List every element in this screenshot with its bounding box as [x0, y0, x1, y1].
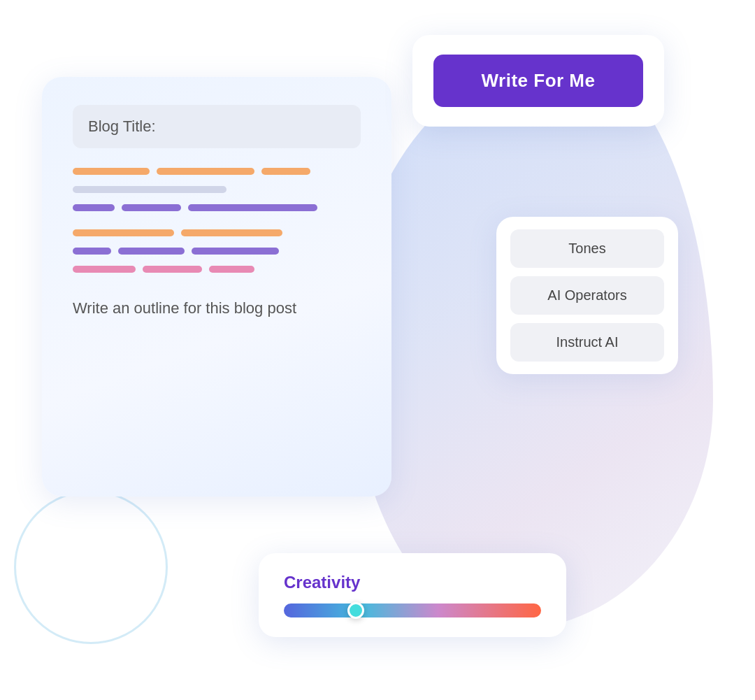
creativity-slider-thumb[interactable] [347, 602, 364, 619]
lines-row-2 [73, 186, 361, 199]
write-for-me-button[interactable]: Write For Me [433, 55, 643, 107]
lines-row-5 [73, 248, 361, 260]
content-lines-group2 [73, 229, 361, 278]
instruct-ai-button[interactable]: Instruct AI [510, 323, 664, 362]
line-pink [209, 266, 254, 273]
line-purple [122, 204, 181, 211]
line-pink [73, 266, 136, 273]
line-orange [73, 168, 150, 175]
arc-decoration [14, 490, 168, 644]
ai-operators-button[interactable]: AI Operators [510, 276, 664, 315]
line-purple [118, 248, 185, 255]
blog-title-label: Blog Title: [88, 117, 156, 135]
line-orange [157, 168, 254, 175]
creativity-slider-track[interactable] [284, 603, 541, 617]
lines-row-3 [73, 204, 361, 217]
content-lines-group1 [73, 168, 361, 217]
write-for-me-card: Write For Me [412, 35, 664, 127]
creativity-label: Creativity [284, 573, 541, 592]
tones-card: Tones AI Operators Instruct AI [496, 217, 678, 374]
tones-button[interactable]: Tones [510, 229, 664, 268]
line-purple [73, 204, 115, 211]
line-orange [181, 229, 282, 236]
line-orange [73, 229, 174, 236]
line-gray [73, 186, 226, 193]
line-purple [188, 204, 317, 211]
lines-row-1 [73, 168, 361, 180]
line-orange [261, 168, 310, 175]
scene: Blog Title: [0, 0, 755, 700]
lines-row-6 [73, 266, 361, 278]
creativity-card: Creativity [259, 553, 566, 637]
blog-title-field: Blog Title: [73, 105, 361, 148]
blog-card: Blog Title: [42, 77, 391, 497]
line-purple [73, 248, 111, 255]
line-pink [143, 266, 202, 273]
line-purple [192, 248, 279, 255]
outline-text: Write an outline for this blog post [73, 299, 361, 317]
lines-row-4 [73, 229, 361, 242]
